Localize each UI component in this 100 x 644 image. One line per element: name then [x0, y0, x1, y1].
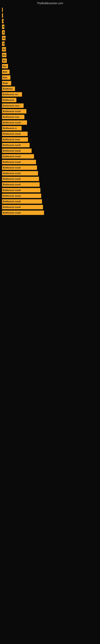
result-bar: Bottleneck result [2, 194, 41, 198]
result-bar: Bott [2, 70, 10, 74]
result-bar: Bottleneck result [2, 148, 32, 153]
bar-label: Bottleneck [3, 99, 14, 101]
result-bar: Bottleneck result [2, 143, 30, 147]
bar-row: Bottleneck resu [2, 104, 100, 108]
bar-label: Bottleneck result [3, 110, 21, 112]
bar-row: Bottleneck result [2, 109, 100, 114]
bar-label: Bottleneck result [3, 161, 21, 163]
bar-label: Bottleneck result [3, 212, 21, 214]
bar-label: Bottleneck result [3, 200, 21, 203]
bar-row: I [2, 13, 100, 18]
bar-label: Bottleneck result [3, 121, 21, 124]
bar-label: Bottleneck result [3, 206, 21, 208]
result-bar: B [2, 42, 4, 46]
result-bar: B [2, 30, 5, 34]
result-bar: Bottleneck [2, 98, 16, 102]
bar-label: Bottleneck result [3, 132, 21, 135]
bar-row: Bottleneck resu [2, 115, 100, 119]
result-bar: Bottleneck result [2, 205, 43, 209]
bar-row: Bo [2, 53, 100, 57]
bar-row: Bo [2, 58, 100, 63]
bar-label: Bottleneck result [3, 178, 21, 180]
result-bar: Bottleneck resul [2, 137, 28, 142]
bar-label: Bottleneck result [3, 144, 21, 146]
result-bar: Bottleneck resu [2, 115, 24, 119]
bar-row: Bottleneck result [2, 194, 100, 198]
bar-row: Bottleneck [2, 98, 100, 102]
result-bar: Bottleneck result [2, 188, 40, 192]
result-bar: Bottleneck re [2, 126, 22, 130]
result-bar: Bottleneck result [2, 154, 34, 158]
bar-label: Bottleneck result [3, 194, 21, 197]
bar-label: Bo [3, 59, 6, 62]
result-bar: Bottleneck result [2, 199, 42, 204]
bar-row: Bottleneck result [2, 132, 100, 136]
bar-row: B [2, 30, 100, 34]
bar-label: I [3, 14, 3, 17]
bar-row: Bottleneck res [2, 92, 100, 96]
result-bar: Bottl [2, 81, 11, 85]
result-bar: Bott [2, 75, 10, 80]
result-bar: Bottleneck result [2, 160, 36, 164]
bar-row: Bott [2, 75, 100, 80]
bar-row: Bottleneck result [2, 182, 100, 187]
bar-row: Bottleneck result [2, 210, 100, 215]
bar-label: Bottleneck result [3, 150, 21, 152]
bar-row: Bott [2, 70, 100, 74]
bars-container: IIEBBBoBBoBoBoBotBottBottBottlBottlenecB… [0, 6, 100, 218]
result-bar: Bottleneck result [2, 132, 28, 136]
result-bar: Bottleneck resu [2, 104, 24, 108]
bar-label: Bottleneck result [3, 183, 21, 186]
bar-label: B [3, 26, 4, 28]
bar-row: Bottleneck result [2, 199, 100, 204]
result-bar: E [2, 19, 3, 23]
result-bar: Bottleneck result [2, 109, 26, 114]
bar-row: Bottleneck result [2, 177, 100, 181]
result-bar: Bottleneck result [2, 166, 37, 170]
result-bar: I [2, 13, 3, 18]
bar-label: Bottleneck result [3, 172, 21, 174]
bar-label: Bott [3, 71, 7, 73]
bar-label: Bottleneck result [3, 189, 21, 192]
bar-row: Bottleneck resul [2, 137, 100, 142]
bar-row: Bottleneck result [2, 166, 100, 170]
bar-label: Bottleneck res [3, 93, 18, 96]
bar-label: Bo [3, 48, 6, 50]
bar-row: Bot [2, 64, 100, 68]
bar-row: Bottleneck result [2, 160, 100, 164]
site-title-container: TheBottlenecker.com [0, 0, 100, 6]
bar-label: Bottleneck result [3, 166, 21, 169]
bar-row: Bottleneck result [2, 148, 100, 153]
bar-label: Bottleneck resul [3, 138, 20, 141]
bar-row: Bottleneck result [2, 205, 100, 209]
bar-label: Bottleneck resu [3, 104, 19, 107]
result-bar: Bottleneck result [2, 171, 38, 176]
bar-row: Bottl [2, 81, 100, 85]
result-bar: Bottleneck result [2, 177, 39, 181]
result-bar: Bo [2, 47, 6, 52]
result-bar: Bottleneck result [2, 182, 40, 187]
bar-label: Bottlenec [3, 88, 13, 90]
bar-label: Bottleneck resu [3, 116, 19, 118]
result-bar: Bottleneck result [2, 210, 44, 215]
bar-row: Bottleneck result [2, 171, 100, 176]
bar-row: Bottleneck result [2, 188, 100, 192]
bar-label: E [3, 20, 3, 22]
result-bar: Bottleneck result [2, 120, 27, 125]
result-bar: Bottleneck res [2, 92, 22, 96]
result-bar: I [2, 8, 3, 12]
bar-label: Bot [3, 65, 6, 68]
result-bar: Bo [2, 58, 7, 63]
bar-row: B [2, 24, 100, 29]
bar-label: Bo [3, 54, 6, 56]
bar-row: Bottleneck result [2, 143, 100, 147]
bar-label: B [3, 42, 4, 45]
bar-row: Bo [2, 47, 100, 52]
bar-row: Bottlenec [2, 86, 100, 91]
bar-label: Bott [3, 76, 7, 79]
result-bar: Bo [2, 53, 6, 57]
result-bar: B [2, 24, 4, 29]
bar-row: B [2, 42, 100, 46]
bar-label: Bottl [3, 82, 8, 84]
result-bar: Bo [2, 36, 6, 40]
